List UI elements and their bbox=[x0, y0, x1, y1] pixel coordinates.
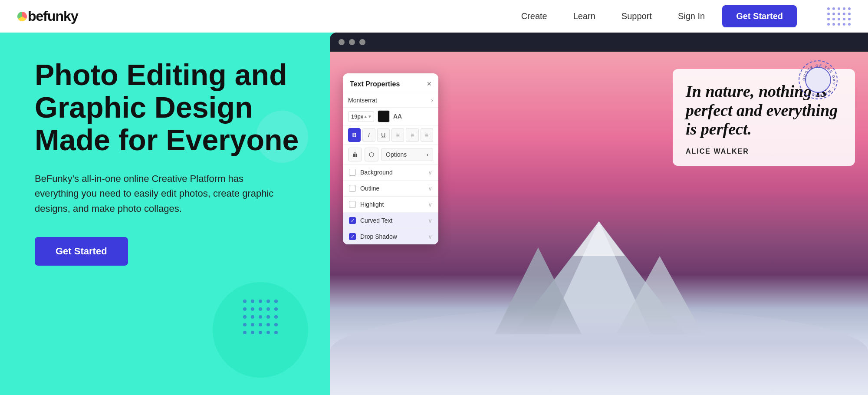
navbar: befunky Create Learn Support Sign In Get… bbox=[0, 0, 868, 33]
mist bbox=[330, 308, 868, 395]
font-row[interactable]: Montserrat › bbox=[343, 93, 438, 108]
drop-shadow-checkbox-row[interactable]: ✓ Drop Shadow ∨ bbox=[343, 229, 438, 244]
titlebar-dot-1 bbox=[339, 39, 345, 45]
text-properties-panel: Text Properties × Montserrat › 19px ▲▼ bbox=[343, 73, 438, 244]
hero-right: Text Properties × Montserrat › 19px ▲▼ bbox=[330, 33, 868, 395]
delete-button[interactable]: 🗑 bbox=[348, 148, 362, 161]
hero-title: Photo Editing and Graphic Design Made fo… bbox=[35, 59, 312, 156]
curved-text-checkbox[interactable]: ✓ bbox=[349, 217, 356, 224]
quote-card: QUOTE OF THE DAY · NATURE In nature, not… bbox=[673, 69, 855, 166]
font-arrow-icon: › bbox=[431, 97, 433, 104]
panel-title: Text Properties bbox=[350, 80, 400, 88]
svg-text:QUOTE OF THE DAY · NATURE: QUOTE OF THE DAY · NATURE bbox=[802, 64, 836, 98]
nav-learn[interactable]: Learn bbox=[573, 11, 595, 21]
logo-funky: funky bbox=[43, 8, 78, 24]
panel-close-button[interactable]: × bbox=[427, 79, 431, 89]
nav-links: Create Learn Support bbox=[521, 11, 652, 21]
titlebar-dot-2 bbox=[349, 39, 355, 45]
background-checkbox[interactable] bbox=[349, 169, 356, 176]
sign-in-link[interactable]: Sign In bbox=[678, 11, 705, 21]
outline-checkbox-row[interactable]: Outline ∨ bbox=[343, 181, 438, 197]
titlebar-dot-3 bbox=[359, 39, 365, 45]
drop-shadow-label: Drop Shadow bbox=[360, 233, 424, 240]
align-left-button[interactable]: ≡ bbox=[391, 128, 404, 142]
outline-expand-icon: ∨ bbox=[428, 185, 432, 192]
badge-curved-text: QUOTE OF THE DAY · NATURE bbox=[799, 61, 838, 99]
logo-area: befunky bbox=[17, 8, 78, 24]
get-started-nav-button[interactable]: Get Started bbox=[722, 5, 797, 27]
options-button[interactable]: Options › bbox=[381, 148, 433, 161]
font-size-value: 19px bbox=[351, 113, 363, 120]
format-row: B I U ≡ ≡ ≡ bbox=[343, 125, 438, 145]
background-label: Background bbox=[360, 169, 424, 176]
curved-text-label: Curved Text bbox=[360, 217, 424, 224]
panel-header: Text Properties × bbox=[343, 73, 438, 93]
hero-left: Photo Editing and Graphic Design Made fo… bbox=[0, 33, 330, 395]
options-arrow-icon: › bbox=[426, 151, 428, 158]
quote-author: ALICE WALKER bbox=[686, 148, 842, 155]
dots-grid-nav bbox=[827, 7, 851, 26]
underline-button[interactable]: U bbox=[377, 128, 390, 142]
font-size-stepper[interactable]: ▲▼ bbox=[363, 114, 372, 119]
app-titlebar bbox=[330, 33, 868, 52]
background-expand-icon: ∨ bbox=[428, 169, 432, 176]
text-size-icon[interactable]: AA bbox=[393, 113, 402, 120]
app-content: Text Properties × Montserrat › 19px ▲▼ bbox=[330, 52, 868, 395]
curved-text-checkbox-row[interactable]: ✓ Curved Text ∨ bbox=[343, 213, 438, 229]
app-window: Text Properties × Montserrat › 19px ▲▼ bbox=[330, 33, 868, 395]
highlight-label: Highlight bbox=[360, 201, 424, 208]
font-size-input[interactable]: 19px ▲▼ bbox=[348, 111, 374, 122]
font-name: Montserrat bbox=[348, 97, 377, 104]
svg-marker-2 bbox=[573, 221, 625, 256]
nav-create[interactable]: Create bbox=[521, 11, 547, 21]
bold-button[interactable]: B bbox=[348, 128, 361, 142]
background-checkbox-row[interactable]: Background ∨ bbox=[343, 165, 438, 181]
tools-row: 🗑 ⬡ Options › bbox=[343, 145, 438, 165]
outline-checkbox[interactable] bbox=[349, 185, 356, 192]
align-center-button[interactable]: ≡ bbox=[406, 128, 418, 142]
nav-actions: Sign In Get Started bbox=[678, 5, 851, 27]
outline-label: Outline bbox=[360, 185, 424, 192]
size-row: 19px ▲▼ AA bbox=[343, 108, 438, 125]
curved-text-expand-icon: ∨ bbox=[428, 217, 432, 224]
align-right-button[interactable]: ≡ bbox=[421, 128, 433, 142]
get-started-hero-button[interactable]: Get Started bbox=[35, 237, 128, 266]
logo-be: be bbox=[28, 8, 43, 24]
circular-badge: QUOTE OF THE DAY · NATURE bbox=[799, 60, 838, 99]
highlight-expand-icon: ∨ bbox=[428, 201, 432, 208]
options-label: Options bbox=[386, 151, 407, 158]
color-swatch[interactable] bbox=[378, 110, 390, 122]
nav-support[interactable]: Support bbox=[621, 11, 652, 21]
logo-icon bbox=[17, 12, 27, 21]
badge-circle: QUOTE OF THE DAY · NATURE bbox=[799, 60, 838, 99]
hero-subtitle: BeFunky's all-in-one online Creative Pla… bbox=[35, 171, 286, 216]
hero-section: Photo Editing and Graphic Design Made fo… bbox=[0, 33, 868, 395]
drop-shadow-expand-icon: ∨ bbox=[428, 233, 432, 240]
duplicate-button[interactable]: ⬡ bbox=[365, 148, 378, 161]
logo-text: befunky bbox=[28, 8, 78, 24]
highlight-checkbox-row[interactable]: Highlight ∨ bbox=[343, 197, 438, 213]
drop-shadow-checkbox[interactable]: ✓ bbox=[349, 233, 356, 240]
italic-button[interactable]: I bbox=[362, 128, 375, 142]
highlight-checkbox[interactable] bbox=[349, 201, 356, 208]
